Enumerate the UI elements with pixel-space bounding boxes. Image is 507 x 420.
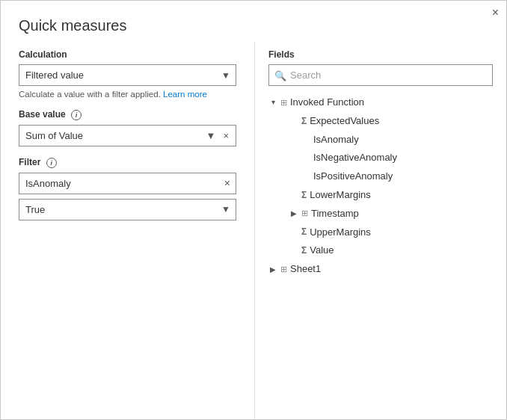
value-sigma-icon: Σ bbox=[301, 244, 307, 258]
calculation-dropdown-wrapper: Filtered valueAverage per categoryVarian… bbox=[19, 64, 236, 86]
is-anomaly-label: IsAnomaly bbox=[313, 132, 359, 148]
calculation-label: Calculation bbox=[19, 49, 236, 60]
base-value-dropdown-button[interactable]: ▼ bbox=[204, 129, 218, 142]
close-button[interactable]: × bbox=[492, 7, 499, 19]
filter-info-icon: i bbox=[46, 158, 57, 168]
filter-field-input[interactable] bbox=[19, 173, 236, 194]
upper-margins-sigma-icon: Σ bbox=[301, 225, 307, 239]
timestamp-table-icon: ⊞ bbox=[301, 207, 308, 220]
filter-value-select[interactable]: TrueFalse bbox=[19, 199, 236, 220]
sheet1-table-icon: ⊞ bbox=[280, 263, 287, 277]
filter-label: Filter i bbox=[19, 157, 236, 168]
is-negative-anomaly-label: IsNegativeAnomaly bbox=[313, 150, 397, 166]
expected-values-sigma-icon: Σ bbox=[301, 114, 307, 129]
tree-item-expected-values[interactable]: Σ ExpectedValues bbox=[289, 112, 493, 131]
tree-item-upper-margins[interactable]: Σ UpperMargins bbox=[289, 223, 493, 242]
base-value-text: Sum of Value bbox=[19, 126, 204, 146]
base-value-icons: ▼ × bbox=[204, 129, 236, 142]
lower-margins-label: LowerMargins bbox=[310, 188, 371, 203]
lower-margins-sigma-icon: Σ bbox=[301, 188, 307, 203]
search-input[interactable] bbox=[268, 64, 493, 86]
dialog-title: Quick measures bbox=[1, 1, 506, 42]
calculation-select[interactable]: Filtered valueAverage per categoryVarian… bbox=[19, 64, 236, 86]
sheet1-label: Sheet1 bbox=[290, 262, 321, 277]
is-positive-anomaly-label: IsPositiveAnomaly bbox=[313, 169, 393, 185]
value-label: Value bbox=[310, 243, 334, 259]
base-value-wrapper[interactable]: Sum of Value ▼ × bbox=[19, 125, 236, 146]
right-panel: Fields 🔍 ▾ ⊞ Invoked Function Σ bbox=[255, 42, 506, 419]
learn-more-link[interactable]: Learn more bbox=[163, 90, 207, 99]
tree-item-value[interactable]: Σ Value bbox=[289, 241, 493, 260]
dialog-body: Calculation Filtered valueAverage per ca… bbox=[1, 42, 506, 419]
upper-margins-label: UpperMargins bbox=[310, 225, 371, 241]
tree-item-sheet1[interactable]: ▶ ⊞ Sheet1 bbox=[268, 260, 493, 279]
tree-item-is-negative-anomaly[interactable]: IsNegativeAnomaly bbox=[301, 149, 493, 167]
invoked-function-expand-icon: ▾ bbox=[268, 96, 277, 108]
base-value-clear-button[interactable]: × bbox=[221, 129, 231, 142]
left-panel: Calculation Filtered valueAverage per ca… bbox=[1, 42, 255, 419]
base-value-info-icon: i bbox=[71, 110, 82, 120]
expected-values-label: ExpectedValues bbox=[310, 114, 379, 129]
invoked-function-table-icon: ⊞ bbox=[280, 96, 287, 110]
tree-item-is-positive-anomaly[interactable]: IsPositiveAnomaly bbox=[301, 167, 493, 186]
tree-item-is-anomaly[interactable]: IsAnomaly bbox=[301, 131, 493, 149]
tree-item-timestamp[interactable]: ▶ ⊞ Timestamp bbox=[289, 205, 493, 223]
timestamp-expand-icon: ▶ bbox=[289, 208, 298, 220]
filter-value-dropdown-wrapper: TrueFalse ▼ bbox=[19, 199, 236, 220]
base-value-label: Base value i bbox=[19, 109, 236, 120]
invoked-function-label: Invoked Function bbox=[290, 95, 364, 111]
filter-field-wrapper: × bbox=[19, 173, 236, 194]
tree-item-invoked-function[interactable]: ▾ ⊞ Invoked Function bbox=[268, 93, 493, 112]
filter-field-clear-button[interactable]: × bbox=[224, 178, 230, 188]
invoked-function-children: Σ ExpectedValues IsAnomaly IsNegativeAno… bbox=[268, 112, 493, 260]
fields-label: Fields bbox=[268, 49, 493, 60]
search-wrapper: 🔍 bbox=[268, 64, 493, 86]
tree-item-lower-margins[interactable]: Σ LowerMargins bbox=[289, 186, 493, 205]
quick-measures-dialog: × Quick measures Calculation Filtered va… bbox=[0, 0, 507, 420]
sheet1-expand-icon: ▶ bbox=[268, 264, 277, 276]
calculation-hint: Calculate a value with a filter applied.… bbox=[19, 90, 236, 99]
timestamp-label: Timestamp bbox=[311, 206, 359, 222]
fields-tree: ▾ ⊞ Invoked Function Σ ExpectedValues bbox=[268, 93, 493, 279]
